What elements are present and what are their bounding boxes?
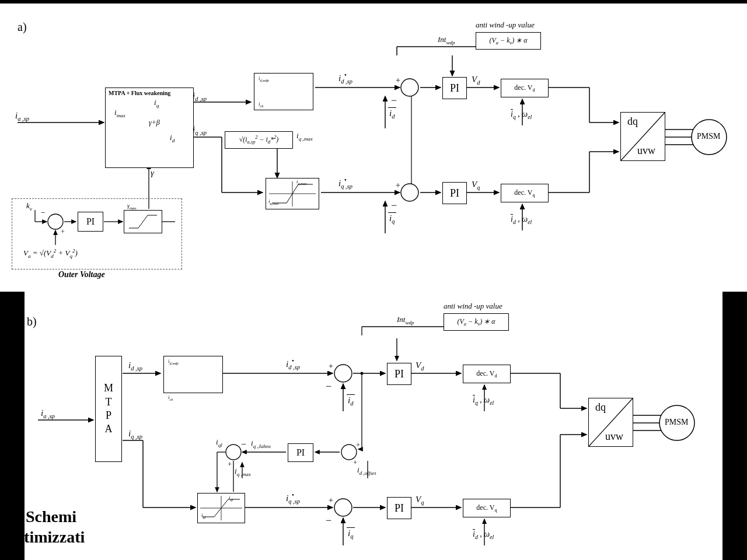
label-dq-b: dq <box>595 401 606 414</box>
label-iqlb2: iql <box>201 512 205 519</box>
plus-off2: + <box>353 458 357 467</box>
plus-db: + <box>329 362 333 371</box>
label-iqsp-starb: •iq ,sp <box>286 494 300 505</box>
minus-db: − <box>326 380 331 393</box>
label-idsp-b: id ,sp <box>128 360 142 372</box>
block-pi-q-b: PI <box>387 497 411 519</box>
label-vqb: Vq <box>416 495 424 506</box>
caption-schemi: Schemi <box>26 508 76 526</box>
block-dec-vd-b: dec. Vd <box>463 365 511 383</box>
label-idoffset: id ,offset <box>357 466 376 476</box>
label-iqmax-b: iq ,max <box>235 467 251 477</box>
plus-iql: + <box>228 460 232 469</box>
label-uvw-b: uvw <box>605 430 623 443</box>
caption-ottim: Ottimizzati <box>6 528 85 547</box>
wires-b <box>0 0 747 560</box>
label-idwel-b: id , ωel <box>473 530 494 540</box>
label-ia-sp-b: ia ,sp <box>41 408 55 419</box>
svg-point-99 <box>334 365 352 382</box>
label-idbar-b: id <box>348 396 353 407</box>
svg-point-100 <box>334 499 352 516</box>
block-dec-vq-b: dec. Vq <box>463 499 511 517</box>
minus-iql: − <box>241 439 246 450</box>
svg-point-102 <box>226 444 241 460</box>
plus-qb: + <box>329 496 333 505</box>
label-vdb: Vd <box>416 360 424 372</box>
label-iql: iql <box>216 438 222 448</box>
label-idsp-starb: •id ,sp <box>286 359 300 370</box>
block-pi-johns: PI <box>288 443 313 462</box>
minus-qb: − <box>326 514 331 527</box>
label-intwdp-b: Intwdp <box>397 315 414 326</box>
plus-off1: + <box>356 440 360 450</box>
label-pmsm-b: PMSM <box>665 418 688 427</box>
label-antiwind-b: anti wind -up value <box>444 302 502 311</box>
block-pi-d-b: PI <box>387 363 411 385</box>
block-mtpa-b: MTPA <box>95 356 122 462</box>
label-iqbar-b: iq <box>348 528 353 540</box>
label-ich-b: ich <box>168 394 173 401</box>
label-iqjohns: iq ,Jahns <box>251 439 271 449</box>
block-antiwind-b: (Va − kv) ∗ α <box>444 313 509 331</box>
label-iqsp-b: iq ,sp <box>128 429 142 440</box>
label-idwdp-b: id,wdp <box>168 358 179 365</box>
label-iqwel-b: iq , ωel <box>473 396 494 406</box>
label-iqlb: iql <box>229 495 233 502</box>
